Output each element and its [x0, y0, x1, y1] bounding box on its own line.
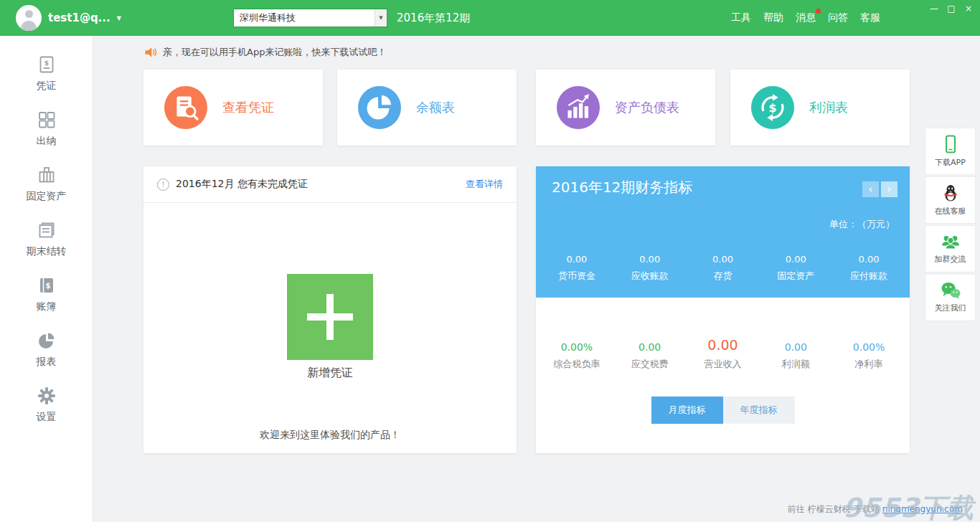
- new-voucher-button[interactable]: [287, 274, 373, 360]
- stat-value: 0.00: [832, 250, 905, 265]
- sidebar-item-label: 报表: [37, 356, 57, 369]
- stat-label: 综合税负率: [540, 358, 613, 371]
- phone-icon: [941, 135, 960, 153]
- welcome-text: 欢迎来到这里体验我们的产品！: [143, 429, 517, 442]
- sidebar-item-label: 设置: [37, 411, 57, 424]
- stat-inventory: 0.00 存货: [687, 250, 760, 283]
- top-menu: 工具 帮助 消息 问答 客服: [731, 0, 880, 36]
- float-item-label: 下载APP: [935, 157, 966, 168]
- sidebar-item-label: 期末结转: [27, 245, 67, 258]
- close-button[interactable]: ×: [961, 2, 976, 15]
- voucher-search-icon: [164, 85, 208, 130]
- quick-card-view-vouchers[interactable]: 查看凭证: [143, 70, 323, 146]
- notification-dot: [816, 9, 821, 14]
- stat-tax-burden-rate: 0.00% 综合税负率: [540, 338, 613, 371]
- menu-item-tools[interactable]: 工具: [731, 11, 751, 24]
- quick-card-trial-balance[interactable]: 余额表: [337, 70, 517, 146]
- sidebar: $ 凭证 出纳 固定资产 期末结转 $ 账簿 报表 设置: [0, 36, 93, 522]
- voucher-panel-header: ! 2016年12月 您有未完成凭证 查看详情: [143, 166, 517, 203]
- window-controls: — □ ×: [926, 2, 976, 15]
- avatar-person-icon: [25, 10, 33, 18]
- user-dropdown[interactable]: test1@q... ▼: [16, 5, 121, 31]
- prev-period-button[interactable]: ‹: [862, 181, 879, 197]
- stat-value: 0.00: [759, 338, 832, 353]
- bar-chart-icon: [556, 85, 600, 130]
- menu-item-qa[interactable]: 问答: [828, 11, 848, 24]
- stat-value: 0.00: [687, 250, 760, 265]
- stat-value: 0.00%: [832, 338, 905, 353]
- company-select[interactable]: 深圳华通科技 ▼: [233, 9, 387, 27]
- money-cycle-icon: $: [750, 85, 795, 130]
- indicator-tabs: 月度指标 年度指标: [536, 397, 910, 424]
- ledger-icon: $: [37, 276, 56, 295]
- titlebar: test1@q... ▼ 深圳华通科技 ▼ 2016年第12期 工具 帮助 消息…: [0, 0, 980, 36]
- voucher-panel: ! 2016年12月 您有未完成凭证 查看详情 新增凭证 欢迎来到这里体验我们的…: [143, 166, 517, 453]
- stat-label: 利润额: [759, 358, 832, 371]
- finance-panel: 2016年12期财务指标 ‹ › 单位：（万元） 0.00 货币资金 0.00 …: [536, 166, 910, 453]
- float-item-online-service[interactable]: 在线客服: [925, 176, 976, 224]
- voucher-panel-title: 2016年12月 您有未完成凭证: [176, 178, 459, 191]
- white-stats-row: 0.00% 综合税负率 0.00 应交税费 0.00 营业收入 0.00 利润额…: [540, 338, 905, 371]
- menu-item-support[interactable]: 客服: [860, 11, 880, 24]
- footer-note: 前往柠檬云财税下载站ningmengyun.com: [788, 503, 966, 516]
- stat-label: 货币资金: [540, 270, 613, 283]
- stat-value: 0.00: [540, 250, 613, 265]
- sidebar-item-settings[interactable]: 设置: [0, 377, 93, 432]
- cashier-icon: [37, 110, 56, 129]
- minimize-button[interactable]: —: [926, 2, 942, 15]
- new-voucher-label[interactable]: 新增凭证: [143, 366, 517, 381]
- sidebar-item-period-end[interactable]: 期末结转: [0, 212, 93, 267]
- stat-monetary-funds: 0.00 货币资金: [540, 250, 613, 283]
- stat-net-margin: 0.00% 净利率: [832, 338, 905, 371]
- unit-label: 单位：（万元）: [829, 218, 895, 231]
- next-period-button[interactable]: ›: [881, 181, 897, 197]
- stat-profit: 0.00 利润额: [759, 338, 832, 371]
- settings-icon: [37, 386, 56, 405]
- company-select-value: 深圳华通科技: [234, 9, 374, 27]
- quick-card-balance-sheet[interactable]: 资产负债表: [536, 70, 715, 146]
- select-arrow-icon[interactable]: ▼: [374, 9, 387, 27]
- svg-text:$: $: [45, 282, 50, 290]
- stat-taxes-payable: 0.00 应交税费: [613, 338, 687, 371]
- maximize-button[interactable]: □: [943, 2, 959, 15]
- tab-annual-indicators[interactable]: 年度指标: [723, 397, 795, 424]
- float-item-label: 关注我们: [935, 303, 966, 313]
- group-icon: [941, 233, 961, 250]
- float-item-follow-us[interactable]: 关注我们: [925, 274, 976, 321]
- sidebar-item-cashier[interactable]: 出纳: [0, 101, 93, 156]
- stat-label: 净利率: [832, 358, 905, 371]
- footer-prefix: 前往: [788, 504, 805, 514]
- app-notice: 亲，现在可以用手机App来记账啦，快来下载试试吧！: [144, 46, 386, 59]
- sidebar-item-voucher[interactable]: $ 凭证: [0, 46, 93, 101]
- stat-label: 应付账款: [832, 270, 905, 283]
- view-details-link[interactable]: 查看详情: [466, 178, 503, 191]
- stat-value: 0.00: [687, 338, 760, 353]
- menu-item-help[interactable]: 帮助: [763, 11, 783, 24]
- stat-value: 0.00%: [540, 338, 613, 353]
- blue-stats-row: 0.00 货币资金 0.00 应收账款 0.00 存货 0.00 固定资产 0.…: [540, 250, 905, 283]
- float-item-label: 在线客服: [935, 206, 966, 217]
- reports-icon: [37, 331, 56, 350]
- svg-text:$: $: [768, 101, 776, 115]
- float-item-download-app[interactable]: 下载APP: [925, 128, 976, 175]
- period-end-icon: [37, 221, 56, 239]
- menu-item-messages[interactable]: 消息: [796, 11, 816, 24]
- tab-monthly-indicators[interactable]: 月度指标: [651, 397, 723, 424]
- float-item-group-chat[interactable]: 加群交流: [925, 225, 976, 272]
- sidebar-item-reports[interactable]: 报表: [0, 322, 93, 377]
- stat-label: 营业收入: [687, 358, 760, 371]
- quick-card-income-statement[interactable]: $ 利润表: [730, 70, 910, 146]
- sidebar-item-ledger[interactable]: $ 账簿: [0, 267, 93, 322]
- stat-label: 固定资产: [759, 270, 832, 283]
- svg-text:$: $: [44, 59, 48, 66]
- sidebar-item-label: 固定资产: [27, 190, 67, 203]
- wechat-icon: [941, 282, 961, 299]
- quick-card-label: 查看凭证: [222, 99, 274, 116]
- avatar[interactable]: [16, 5, 42, 31]
- stat-label: 应收账款: [613, 270, 687, 283]
- sidebar-item-fixed-assets[interactable]: 固定资产: [0, 156, 93, 212]
- finance-panel-title: 2016年12期财务指标: [552, 178, 692, 197]
- download-site-link[interactable]: ningmengyun.com: [882, 504, 963, 514]
- stat-operating-revenue: 0.00 营业收入: [687, 338, 760, 371]
- period-nav: ‹ ›: [862, 181, 897, 197]
